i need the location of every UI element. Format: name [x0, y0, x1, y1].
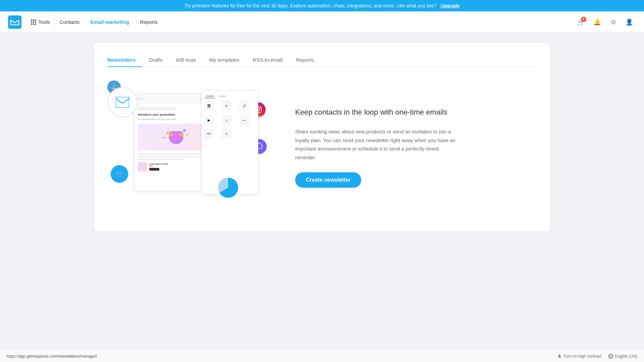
button-block-icon: 🔗 [239, 101, 249, 110]
dot-block-icon: • [222, 129, 231, 138]
text-content: Keep contacts in the loop with one-time … [295, 107, 537, 188]
user-avatar-button[interactable]: 👤 [623, 15, 636, 29]
status-url: https://app.getresponse.com/newsletters/… [7, 354, 97, 359]
header-dot [138, 98, 140, 100]
panel-tab-content: Content [204, 94, 215, 98]
content-area: Newsletters Drafts A/B tests My template… [80, 33, 564, 241]
accessibility-option[interactable]: Turn on high contrast [557, 354, 601, 359]
nav-contacts[interactable]: Contacts [60, 16, 79, 27]
page-description: Share exciting news about new products o… [295, 127, 456, 162]
svg-point-11 [183, 129, 186, 132]
nav-reports[interactable]: Reports [140, 16, 158, 27]
grid-icon [31, 19, 36, 25]
tools-label: Tools [38, 19, 50, 25]
panel-tab-layout: Layout [217, 94, 227, 98]
white-card: Newsletters Drafts A/B tests My template… [94, 43, 550, 231]
panel-divider [204, 113, 255, 113]
status-right: Turn on high contrast English (US) [557, 354, 637, 359]
header-dot-2 [141, 98, 143, 100]
language-option[interactable]: English (US) [608, 354, 637, 359]
video-block-icon: ▶ [204, 115, 214, 125]
notifications-button[interactable]: 🔔 [590, 15, 604, 29]
main-nav: Tools Contacts Email marketing Reports 🛒… [0, 11, 644, 33]
minus-block-icon: — [239, 115, 249, 125]
panel-block-grid: 🖼 ≡ 🔗 [204, 101, 255, 110]
tools-button[interactable]: Tools [27, 11, 54, 33]
tab-newsletters[interactable]: Newsletters [107, 53, 142, 67]
help-button[interactable]: ⊙ [606, 15, 620, 29]
code-block-icon: </> [204, 129, 214, 138]
product-thumbnail [138, 162, 147, 172]
tab-rss-to-email[interactable]: RSS-to-email [246, 53, 289, 67]
tab-reports[interactable]: Reports [289, 53, 321, 67]
cart-icon-button[interactable]: 🛒 6 [574, 15, 588, 29]
pie-chart-visual [218, 178, 238, 198]
text-line-3 [138, 159, 184, 160]
avatar-icon: 👤 [626, 18, 633, 26]
svg-point-12 [559, 354, 560, 355]
product-cta-btn [149, 168, 159, 171]
panel-divider-2 [204, 127, 255, 127]
accessibility-icon [557, 354, 562, 359]
tab-drafts[interactable]: Drafts [142, 53, 169, 67]
tab-my-templates[interactable]: My templates [203, 53, 246, 67]
bell-icon: 🔔 [593, 18, 601, 26]
panel-row2: ▶ ⊥ — [204, 115, 255, 125]
align-block-icon: ⊥ [222, 115, 231, 125]
banner-text: Try premium features for free for the ne… [184, 3, 437, 8]
svg-point-8 [169, 133, 173, 136]
email-icon-circle [107, 87, 138, 117]
top-banner: Try premium features for free for the ne… [0, 0, 644, 11]
brand-logo [138, 107, 176, 110]
svg-point-9 [179, 133, 183, 136]
panel-row3: </> • [204, 129, 255, 138]
help-icon: ⊙ [611, 18, 616, 26]
create-newsletter-button[interactable]: Create newsletter [295, 172, 361, 188]
tab-bar: Newsletters Drafts A/B tests My template… [107, 53, 537, 67]
text-block-icon: ≡ [222, 101, 231, 110]
svg-rect-1 [116, 97, 129, 108]
panel-tabs: Content Layout [204, 94, 255, 98]
svg-rect-0 [8, 15, 21, 29]
upgrade-link[interactable]: Upgrade [441, 3, 460, 8]
cart-badge: 6 [581, 17, 586, 22]
svg-point-10 [167, 132, 169, 134]
nav-links: Contacts Email marketing Reports [60, 16, 574, 27]
main-content: Introduce your promotion. A short descri… [107, 80, 537, 215]
cart-floating-icon: 🛒 [111, 165, 128, 183]
page-heading: Keep contacts in the loop with one-time … [295, 107, 537, 118]
status-bar: https://app.getresponse.com/newsletters/… [0, 350, 644, 362]
illustration-area: Introduce your promotion. A short descri… [107, 80, 275, 215]
nav-right-icons: 🛒 6 🔔 ⊙ 👤 [574, 15, 636, 29]
image-block-icon: 🖼 [204, 101, 214, 110]
app-logo[interactable] [8, 15, 21, 29]
globe-icon [608, 354, 613, 359]
tab-ab-tests[interactable]: A/B tests [169, 53, 203, 67]
nav-email-marketing[interactable]: Email marketing [90, 16, 129, 27]
